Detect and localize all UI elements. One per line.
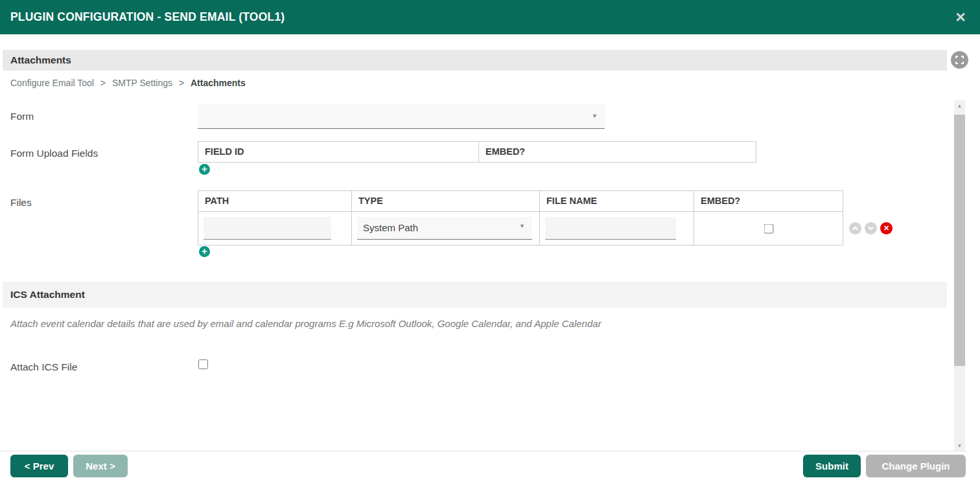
vertical-scrollbar[interactable]: ▲ ▼ xyxy=(954,100,965,451)
table-header-row: PATH TYPE FILE NAME EMBED? xyxy=(198,191,843,211)
column-header-embed: EMBED? xyxy=(478,142,756,162)
type-select[interactable]: System Path ▼ xyxy=(357,217,532,240)
dialog-title: PLUGIN CONFIGURATION - SEND EMAIL (TOOL1… xyxy=(10,0,285,34)
delete-row-button[interactable]: ✕ xyxy=(880,222,892,234)
type-select-value: System Path xyxy=(363,222,418,233)
attachments-section-bar: Attachments xyxy=(3,50,947,71)
column-header-path: PATH xyxy=(198,191,351,211)
move-row-up-button[interactable] xyxy=(849,222,861,234)
expand-button[interactable] xyxy=(951,51,968,69)
chevron-up-icon xyxy=(852,225,859,232)
form-select[interactable]: ▼ xyxy=(198,104,605,129)
breadcrumb-item-smtp-settings[interactable]: SMTP Settings xyxy=(112,78,172,88)
file-name-cell xyxy=(539,211,694,245)
embed-checkbox[interactable] xyxy=(764,223,773,233)
close-icon[interactable]: ✕ xyxy=(951,8,970,27)
next-button[interactable]: Next > xyxy=(73,455,128,477)
file-name-input[interactable] xyxy=(545,217,676,240)
column-header-type: TYPE xyxy=(351,191,539,211)
column-header-embed: EMBED? xyxy=(694,191,843,211)
column-header-field-id: FIELD ID xyxy=(198,142,478,162)
column-header-file-name: FILE NAME xyxy=(539,191,694,211)
attach-ics-file-label: Attach ICS File xyxy=(10,361,77,373)
path-input[interactable] xyxy=(204,217,331,240)
attachments-section-title: Attachments xyxy=(3,54,71,65)
ics-description: Attach event calendar details that are u… xyxy=(10,318,601,329)
ics-section-title: ICS Attachment xyxy=(3,289,85,300)
expand-icon xyxy=(955,56,964,64)
breadcrumb: Configure Email Tool > SMTP Settings > A… xyxy=(10,78,246,88)
footer-divider xyxy=(0,451,966,451)
add-file-button[interactable]: + xyxy=(199,246,210,257)
chevron-down-icon: ▼ xyxy=(592,113,598,119)
path-cell xyxy=(198,211,351,245)
breadcrumb-item-configure-email-tool[interactable]: Configure Email Tool xyxy=(10,78,94,88)
type-cell: System Path ▼ xyxy=(351,211,539,245)
scroll-up-icon[interactable]: ▲ xyxy=(954,100,965,111)
table-header-row: FIELD ID EMBED? xyxy=(198,142,756,162)
form-field-label: Form xyxy=(10,111,34,122)
submit-button[interactable]: Submit xyxy=(803,455,861,477)
ics-section-bar: ICS Attachment xyxy=(3,282,947,308)
files-row-controls: ✕ xyxy=(849,222,892,234)
files-table: PATH TYPE FILE NAME EMBED? System Path ▼ xyxy=(198,190,843,245)
files-label: Files xyxy=(10,197,32,209)
chevron-down-icon xyxy=(867,225,874,232)
breadcrumb-separator: > xyxy=(179,78,184,88)
chevron-down-icon: ▼ xyxy=(519,215,525,237)
embed-cell xyxy=(694,211,843,245)
scroll-down-icon[interactable]: ▼ xyxy=(954,440,965,451)
attach-ics-file-checkbox[interactable] xyxy=(198,359,208,369)
form-upload-fields-label: Form Upload Fields xyxy=(10,148,98,159)
dialog-titlebar: PLUGIN CONFIGURATION - SEND EMAIL (TOOL1… xyxy=(0,0,980,34)
prev-button[interactable]: < Prev xyxy=(10,455,68,477)
add-upload-field-button[interactable]: + xyxy=(199,164,210,175)
breadcrumb-separator: > xyxy=(100,78,106,88)
move-row-down-button[interactable] xyxy=(865,222,877,234)
breadcrumb-item-attachments: Attachments xyxy=(191,78,246,88)
scrollbar-thumb[interactable] xyxy=(954,115,965,366)
change-plugin-button[interactable]: Change Plugin xyxy=(866,455,966,477)
files-table-row: System Path ▼ xyxy=(198,211,843,245)
form-upload-fields-table: FIELD ID EMBED? xyxy=(198,141,756,163)
